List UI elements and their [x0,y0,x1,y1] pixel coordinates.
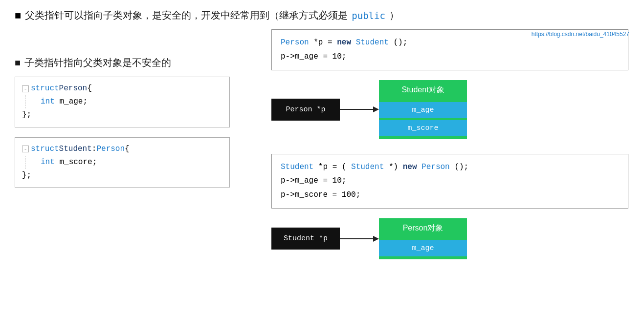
arrow-2 [340,236,379,242]
pointer-box-2: Student *p [271,228,340,250]
struct-close-1: }; [22,108,222,122]
student-classname: Student [59,143,92,156]
int-keyword-1: int [41,97,55,106]
diagram2: Student *p Person对象 m_age [271,218,628,259]
student-inherit: : [92,143,97,156]
new-keyword-1: new [337,38,351,47]
person-type-1: Person [281,38,309,47]
student-cast: Student [351,163,384,171]
second-heading: ■ 子类指针指向父类对象是不安全的 [15,56,230,69]
top-heading: ■ 父类指针可以指向子类对象，是安全的，开发中经常用到（继承方式必须是publi… [15,9,629,22]
object-box-1: Student对象 m_age m_score [379,80,467,139]
snippet1-line1: Person *p = new Student (); [281,36,619,50]
student-field-name: m_score; [59,158,97,167]
person-inherit-classname: Person [96,143,125,156]
struct-keyword-2: struct [31,143,59,156]
snippet2-line2: p->m_age = 10; [281,174,619,188]
top-heading-suffix: ） [389,9,399,22]
struct-close-2: }; [22,169,222,182]
object-field-m_age-1: m_age [379,102,467,118]
struct-student-code: - struct Student : Person { int m_score;… [15,137,230,188]
snippet1-parens-1: (); [393,38,407,47]
struct-brace-open-2: { [125,143,130,156]
snippet2-line1: Student *p = ( Student *) new Person (); [281,160,619,174]
arrow-head-2 [373,236,379,242]
object-field-m_age-2: m_age [379,240,467,256]
arrow-line-2 [340,238,373,239]
collapse-icon-person: - [22,85,29,92]
top-heading-text: 父类指针可以指向子类对象，是安全的，开发中经常用到（继承方式必须是 [25,9,348,22]
student-field-line: int m_score; [41,156,97,169]
arrow-1 [340,106,379,112]
bullet-icon: ■ [15,9,21,22]
object-title-2: Person对象 [379,218,467,238]
bullet2-icon: ■ [15,57,21,68]
snippet2-line3: p->m_score = 100; [281,188,619,202]
student-type-2: Student [281,163,313,171]
object-field-m_score-1: m_score [379,120,467,136]
person-type-call-2: Person [422,163,450,171]
snippet2-parens-2: (); [454,163,468,171]
arrow-line-1 [340,109,373,110]
student-type-call-1: Student [356,38,389,47]
public-keyword: public [352,10,385,21]
right-column: Person *p = new Student (); p->m_age = 1… [271,29,628,269]
person-field-line: int m_age; [41,95,88,108]
collapse-icon-student: - [22,146,29,152]
diagram1: Person *p Student对象 m_age m_score [271,80,628,139]
left-column: ■ 子类指针指向父类对象是不安全的 - struct Person { int … [15,56,230,197]
struct-brace-open-1: { [87,82,92,95]
watermark: https://blog.csdn.net/baidu_41045527 [532,31,629,38]
new-keyword-2: new [403,163,417,171]
person-classname: Person [59,82,88,95]
snippet2-cast-star: *) [389,163,403,171]
snippet2-box: Student *p = ( Student *) new Person ();… [271,154,628,209]
snippet1-line2: p->m_age = 10; [281,50,619,64]
second-heading-text: 子类指针指向父类对象是不安全的 [24,56,171,69]
snippet2-ptr2: *p = ( [318,163,347,171]
struct-keyword-1: struct [31,82,59,95]
int-keyword-2: int [41,158,55,167]
object-title-1: Student对象 [379,80,467,100]
snippet1-ptr1: *p = [313,38,337,47]
object-box-2: Person对象 m_age [379,218,467,259]
person-field-name: m_age; [59,97,88,106]
struct-person-code: - struct Person { int m_age; }; [15,77,230,127]
pointer-box-1: Person *p [271,99,340,121]
arrow-head-1 [373,106,379,112]
